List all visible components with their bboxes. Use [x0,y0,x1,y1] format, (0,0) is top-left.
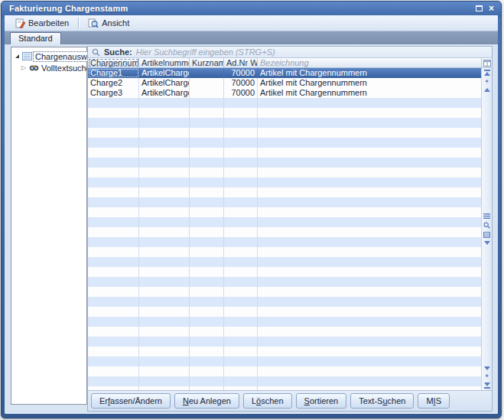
empty-row [88,207,481,217]
mis-button[interactable]: MIS [418,393,450,409]
window-title: Fakturierung Chargenstamm [5,4,476,13]
column-chooser-button[interactable] [481,58,492,67]
empty-row [88,128,481,138]
empty-row [88,277,481,287]
column-header-artikelnummer[interactable]: Artikelnummer [139,58,190,67]
chargenauswahl-icon [22,52,33,60]
empty-row [88,177,481,187]
empty-row [88,307,481,317]
tree-item-chargenauswahl[interactable]: Chargenauswahl [11,50,86,62]
table-row[interactable]: Charge3 ArtikelChargennumme 70000 Artike… [88,88,481,98]
rows-view-icon[interactable] [483,213,490,219]
empty-row [88,158,481,168]
empty-row [88,366,481,376]
scroll-pageup-button[interactable]: ✦ [484,79,489,85]
empty-row [88,376,481,386]
tree-collapsed-icon[interactable]: ▷ [18,65,29,71]
empty-row [88,297,481,307]
grid-rows: Charge1 ArtikelChargennumme 70000 Artike… [88,68,481,390]
toolbar: Bearbeiten Ansicht [5,15,498,31]
empty-row [88,98,481,108]
scroll-bottom-button[interactable] [484,383,490,389]
column-header-chargennummer[interactable]: Chargennummer ▼ [88,58,139,67]
search-input[interactable]: Hier Suchbegriff eingeben (STRG+S) [136,47,275,57]
empty-row [88,347,481,357]
volltextsuche-icon [29,63,40,72]
empty-row [88,267,481,277]
column-header-adnrwe[interactable]: Ad.Nr WE [224,58,258,67]
tree-item-label[interactable]: Volltextsuche [40,63,93,73]
empty-row [88,357,481,366]
column-chooser-icon [483,60,491,67]
tree-item-volltextsuche[interactable]: ▷ Volltextsuche [11,62,86,73]
table-row[interactable]: Charge1 ArtikelChargennumme 70000 Artike… [88,68,481,78]
scroll-up-button[interactable] [484,88,490,92]
navigation-tree: Chargenauswahl ▷ Volltextsuche [11,47,87,405]
empty-row [88,247,481,257]
grid-scrollbar[interactable]: ✦ [481,68,492,390]
empty-row [88,197,481,207]
search-label: Suche: [104,47,132,57]
empty-row [88,187,481,197]
empty-row [88,317,481,327]
toolbar-separator [78,18,79,28]
empty-row [88,108,481,118]
empty-row [88,257,481,267]
grid-header: Chargennummer ▼ Artikelnummer Kurzname A… [88,58,492,68]
restore-icon[interactable] [476,5,483,11]
edit-icon [15,18,25,28]
bearbeiten-button[interactable]: Bearbeiten [9,16,74,30]
column-header-kurzname[interactable]: Kurzname [190,58,224,67]
empty-row [88,227,481,237]
title-bar: Fakturierung Chargenstamm × [5,2,498,15]
neu-anlegen-button[interactable]: Neu Anlegen [174,393,239,409]
close-icon[interactable]: × [489,5,494,12]
search-bar[interactable]: Suche: Hier Suchbegriff eingeben (STRG+S… [88,47,492,58]
bearbeiten-label: Bearbeiten [28,18,69,28]
empty-row [88,287,481,297]
loeschen-button[interactable]: Löschen [243,393,292,409]
table-row[interactable]: Charge2 ArtikelChargennumme 70000 Artike… [88,78,481,88]
window-client: Bearbeiten Ansicht Standard [5,15,498,414]
grid-empty-rows [88,98,481,390]
ansicht-label: Ansicht [102,18,129,28]
erfassen-aendern-button[interactable]: Erfassen/Ändern [91,393,171,409]
grid-body: Charge1 ArtikelChargennumme 70000 Artike… [88,68,492,390]
ansicht-button[interactable]: Ansicht [83,16,135,30]
search-icon [92,48,100,57]
empty-row [88,237,481,247]
column-header-bezeichnung[interactable]: Bezeichnung [258,58,481,67]
scroll-down-button[interactable] [484,366,490,370]
empty-row [88,118,481,128]
view-icon [88,18,99,28]
sortieren-button[interactable]: Sortieren [296,393,347,409]
scroll-pagedown-button[interactable]: ✦ [484,373,489,379]
empty-row [88,337,481,347]
app-window: Fakturierung Chargenstamm × Bearbeiten [1,1,502,418]
tab-strip: Standard [5,31,498,44]
grid-view-icon[interactable] [483,232,490,238]
zoom-icon[interactable] [483,222,490,229]
empty-row [88,217,481,227]
text-suchen-button[interactable]: Text-Suchen [350,393,414,409]
button-bar: Erfassen/Ändern Neu Anlegen Löschen Sort… [88,390,492,411]
empty-row [88,327,481,337]
scroll-mid-down-icon[interactable] [484,241,490,245]
empty-row [88,138,481,148]
grid-panel: Suche: Hier Suchbegriff eingeben (STRG+S… [87,46,493,412]
tab-standard[interactable]: Standard [10,32,61,44]
tree-expanded-icon[interactable] [11,54,22,58]
empty-row [88,148,481,158]
empty-row [88,168,481,177]
scroll-top-button[interactable] [484,70,490,76]
content-area: Chargenauswahl ▷ Volltextsuche [5,44,498,414]
